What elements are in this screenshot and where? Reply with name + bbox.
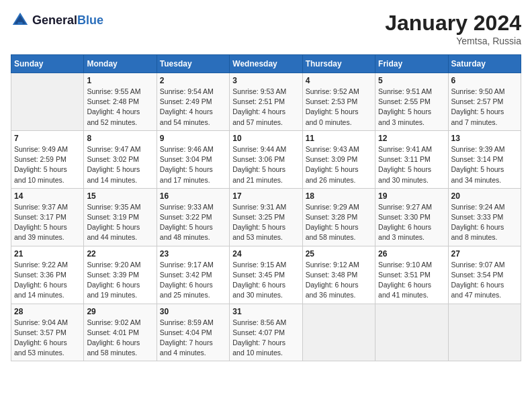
calendar-cell [11, 73, 84, 131]
day-number: 2 [160, 76, 226, 85]
day-number: 1 [87, 76, 153, 85]
calendar-cell: 26Sunrise: 9:10 AMSunset: 3:51 PMDayligh… [375, 246, 448, 304]
day-info: Sunrise: 9:54 AMSunset: 2:49 PMDaylight:… [160, 87, 226, 128]
calendar-cell: 24Sunrise: 9:15 AMSunset: 3:45 PMDayligh… [230, 246, 302, 304]
calendar-cell: 31Sunrise: 8:56 AMSunset: 4:07 PMDayligh… [230, 304, 302, 361]
calendar-cell: 20Sunrise: 9:24 AMSunset: 3:33 PMDayligh… [448, 188, 521, 246]
calendar-cell: 2Sunrise: 9:54 AMSunset: 2:49 PMDaylight… [157, 73, 229, 131]
calendar-cell: 30Sunrise: 8:59 AMSunset: 4:04 PMDayligh… [157, 304, 229, 361]
calendar-cell: 5Sunrise: 9:51 AMSunset: 2:55 PMDaylight… [375, 73, 448, 131]
calendar-cell: 29Sunrise: 9:02 AMSunset: 4:01 PMDayligh… [84, 304, 157, 361]
day-info: Sunrise: 9:47 AMSunset: 3:02 PMDaylight:… [87, 144, 153, 185]
calendar-cell: 13Sunrise: 9:39 AMSunset: 3:14 PMDayligh… [448, 130, 521, 188]
day-header-thursday: Thursday [302, 55, 375, 73]
calendar-cell: 16Sunrise: 9:33 AMSunset: 3:22 PMDayligh… [157, 188, 229, 246]
day-number: 14 [14, 191, 81, 201]
day-info: Sunrise: 9:43 AMSunset: 3:09 PMDaylight:… [306, 144, 372, 185]
calendar-cell: 1Sunrise: 9:55 AMSunset: 2:48 PMDaylight… [84, 73, 157, 131]
day-number: 18 [306, 191, 372, 201]
day-number: 4 [306, 76, 372, 85]
logo: GeneralBlue [11, 11, 103, 30]
day-info: Sunrise: 9:22 AMSunset: 3:36 PMDaylight:… [14, 260, 81, 301]
day-number: 26 [378, 249, 445, 259]
day-number: 25 [306, 249, 372, 259]
day-info: Sunrise: 9:53 AMSunset: 2:51 PMDaylight:… [232, 87, 299, 128]
day-number: 31 [232, 307, 299, 316]
day-info: Sunrise: 9:20 AMSunset: 3:39 PMDaylight:… [87, 260, 153, 301]
day-info: Sunrise: 9:10 AMSunset: 3:51 PMDaylight:… [378, 260, 445, 301]
calendar-cell: 9Sunrise: 9:46 AMSunset: 3:04 PMDaylight… [157, 130, 229, 188]
header-row: SundayMondayTuesdayWednesdayThursdayFrid… [11, 55, 521, 73]
day-info: Sunrise: 9:37 AMSunset: 3:17 PMDaylight:… [14, 202, 81, 243]
calendar-cell: 15Sunrise: 9:35 AMSunset: 3:19 PMDayligh… [84, 188, 157, 246]
day-info: Sunrise: 9:17 AMSunset: 3:42 PMDaylight:… [160, 260, 226, 301]
day-number: 21 [14, 249, 81, 259]
svg-rect-2 [18, 22, 23, 25]
calendar-cell: 11Sunrise: 9:43 AMSunset: 3:09 PMDayligh… [302, 130, 375, 188]
day-info: Sunrise: 9:12 AMSunset: 3:48 PMDaylight:… [306, 260, 372, 301]
calendar-cell [302, 304, 375, 361]
month-title: January 2024 [385, 11, 521, 36]
day-info: Sunrise: 8:59 AMSunset: 4:04 PMDaylight:… [160, 318, 226, 359]
day-info: Sunrise: 9:02 AMSunset: 4:01 PMDaylight:… [87, 318, 153, 359]
logo-icon [11, 11, 30, 30]
title-block: January 2024 Yemtsa, Russia [385, 11, 521, 46]
calendar-cell: 17Sunrise: 9:31 AMSunset: 3:25 PMDayligh… [230, 188, 302, 246]
day-number: 19 [378, 191, 445, 201]
calendar-cell: 6Sunrise: 9:50 AMSunset: 2:57 PMDaylight… [448, 73, 521, 131]
day-info: Sunrise: 9:55 AMSunset: 2:48 PMDaylight:… [87, 87, 153, 128]
day-number: 16 [160, 191, 226, 201]
day-info: Sunrise: 9:29 AMSunset: 3:28 PMDaylight:… [306, 202, 372, 243]
calendar-table: SundayMondayTuesdayWednesdayThursdayFrid… [11, 54, 521, 361]
day-info: Sunrise: 9:31 AMSunset: 3:25 PMDaylight:… [232, 202, 299, 243]
calendar-cell: 7Sunrise: 9:49 AMSunset: 2:59 PMDaylight… [11, 130, 84, 188]
week-row-1: 1Sunrise: 9:55 AMSunset: 2:48 PMDaylight… [11, 73, 521, 131]
calendar-cell: 4Sunrise: 9:52 AMSunset: 2:53 PMDaylight… [302, 73, 375, 131]
day-header-friday: Friday [375, 55, 448, 73]
calendar-cell: 12Sunrise: 9:41 AMSunset: 3:11 PMDayligh… [375, 130, 448, 188]
calendar-cell: 10Sunrise: 9:44 AMSunset: 3:06 PMDayligh… [230, 130, 302, 188]
calendar-header: SundayMondayTuesdayWednesdayThursdayFrid… [11, 55, 521, 73]
calendar-cell: 27Sunrise: 9:07 AMSunset: 3:54 PMDayligh… [448, 246, 521, 304]
page-header: GeneralBlue January 2024 Yemtsa, Russia [11, 11, 521, 46]
day-info: Sunrise: 9:04 AMSunset: 3:57 PMDaylight:… [14, 318, 81, 359]
day-number: 29 [87, 307, 153, 316]
day-info: Sunrise: 9:07 AMSunset: 3:54 PMDaylight:… [451, 260, 518, 301]
calendar-cell: 28Sunrise: 9:04 AMSunset: 3:57 PMDayligh… [11, 304, 84, 361]
calendar-cell [448, 304, 521, 361]
location-subtitle: Yemtsa, Russia [385, 36, 521, 46]
day-number: 27 [451, 249, 518, 259]
day-info: Sunrise: 9:35 AMSunset: 3:19 PMDaylight:… [87, 202, 153, 243]
day-number: 17 [232, 191, 299, 201]
day-number: 30 [160, 307, 226, 316]
logo-text: GeneralBlue [32, 13, 103, 28]
day-header-saturday: Saturday [448, 55, 521, 73]
week-row-4: 21Sunrise: 9:22 AMSunset: 3:36 PMDayligh… [11, 246, 521, 304]
calendar-cell: 18Sunrise: 9:29 AMSunset: 3:28 PMDayligh… [302, 188, 375, 246]
day-info: Sunrise: 9:27 AMSunset: 3:30 PMDaylight:… [378, 202, 445, 243]
week-row-3: 14Sunrise: 9:37 AMSunset: 3:17 PMDayligh… [11, 188, 521, 246]
week-row-5: 28Sunrise: 9:04 AMSunset: 3:57 PMDayligh… [11, 304, 521, 361]
day-number: 11 [306, 134, 372, 143]
day-number: 13 [451, 134, 518, 143]
day-number: 10 [232, 134, 299, 143]
day-number: 8 [87, 134, 153, 143]
day-number: 9 [160, 134, 226, 143]
calendar-cell: 21Sunrise: 9:22 AMSunset: 3:36 PMDayligh… [11, 246, 84, 304]
day-header-wednesday: Wednesday [230, 55, 302, 73]
calendar-cell: 8Sunrise: 9:47 AMSunset: 3:02 PMDaylight… [84, 130, 157, 188]
calendar-cell: 23Sunrise: 9:17 AMSunset: 3:42 PMDayligh… [157, 246, 229, 304]
calendar-cell: 19Sunrise: 9:27 AMSunset: 3:30 PMDayligh… [375, 188, 448, 246]
day-info: Sunrise: 9:51 AMSunset: 2:55 PMDaylight:… [378, 87, 445, 128]
week-row-2: 7Sunrise: 9:49 AMSunset: 2:59 PMDaylight… [11, 130, 521, 188]
calendar-cell [375, 304, 448, 361]
day-number: 15 [87, 191, 153, 201]
day-info: Sunrise: 9:41 AMSunset: 3:11 PMDaylight:… [378, 144, 445, 185]
day-number: 20 [451, 191, 518, 201]
logo-blue: Blue [77, 13, 103, 27]
day-info: Sunrise: 9:39 AMSunset: 3:14 PMDaylight:… [451, 144, 518, 185]
day-number: 22 [87, 249, 153, 259]
day-info: Sunrise: 9:52 AMSunset: 2:53 PMDaylight:… [306, 87, 372, 128]
day-info: Sunrise: 9:15 AMSunset: 3:45 PMDaylight:… [232, 260, 299, 301]
day-number: 23 [160, 249, 226, 259]
